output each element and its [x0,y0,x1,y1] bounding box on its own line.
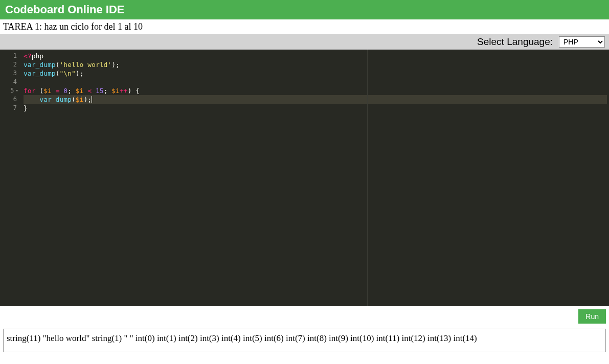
code-line-active[interactable]: var_dump($i); [24,95,607,104]
code-line[interactable] [24,78,607,86]
code-line[interactable]: <?php [24,52,607,60]
gutter-line: 3 [2,69,18,78]
task-description: TAREA 1: haz un ciclo for del 1 al 10 [0,19,609,34]
cursor-icon [92,96,92,103]
output-text: string(11) "hello world" string(1) " " i… [7,333,477,343]
output-box: string(11) "hello world" string(1) " " i… [3,329,606,352]
code-line[interactable]: for ($i = 0; $i < 15; $i++) { [24,86,607,95]
gutter-line: 5▾ [2,86,18,95]
gutter-line: 7 [2,104,18,112]
language-label: Select Language: [477,36,553,48]
run-button[interactable]: Run [578,309,606,324]
toolbar: Select Language: PHP [0,34,609,50]
code-area[interactable]: <?php var_dump('hello world'); var_dump(… [21,50,609,306]
app-header: Codeboard Online IDE [0,0,609,19]
gutter-line: 4 [2,78,18,86]
gutter-line: 1 [2,52,18,60]
app-title: Codeboard Online IDE [5,3,124,16]
run-bar: Run [0,306,609,327]
language-select[interactable]: PHP [559,36,605,48]
gutter-line: 6 [2,95,18,104]
code-line[interactable]: var_dump('hello world'); [24,60,607,69]
editor-pane[interactable]: 1 2 3 4 5▾ 6 7 <?php var_dump('hello wor… [0,50,609,306]
editor-container: 1 2 3 4 5▾ 6 7 <?php var_dump('hello wor… [0,50,609,306]
fold-icon[interactable]: ▾ [16,86,18,95]
task-text: TAREA 1: haz un ciclo for del 1 al 10 [3,21,143,32]
gutter-line: 2 [2,60,18,69]
code-line[interactable]: } [24,104,607,112]
line-gutter: 1 2 3 4 5▾ 6 7 [0,50,21,306]
code-line[interactable]: var_dump("\n"); [24,69,607,78]
